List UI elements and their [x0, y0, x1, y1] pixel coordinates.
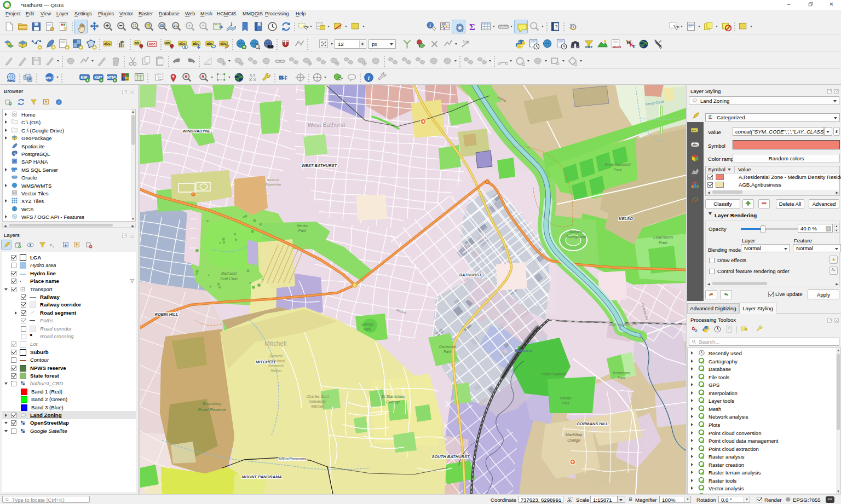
svg-text:College: College	[386, 399, 400, 404]
svg-text:University: University	[309, 399, 326, 404]
svg-text:College: College	[567, 438, 580, 443]
svg-text:Park: Park	[659, 240, 668, 245]
svg-text:WEST BATHURST: WEST BATHURST	[302, 163, 338, 168]
svg-text:Park: Park	[618, 376, 625, 380]
svg-text:Showground: Showground	[566, 235, 586, 239]
svg-text:Centennial: Centennial	[439, 345, 456, 349]
svg-text:Kennerson: Kennerson	[613, 371, 630, 375]
svg-text:abc: abc	[193, 42, 199, 45]
svg-text:MacKillop: MacKillop	[566, 433, 582, 437]
svg-text:abc: abc	[220, 42, 227, 45]
svg-text:Park: Park	[614, 168, 622, 172]
svg-text:Research: Research	[268, 364, 284, 368]
svg-text:abc: abc	[693, 143, 698, 146]
svg-text:ab: ab	[120, 39, 124, 43]
svg-text:Park: Park	[298, 229, 307, 233]
svg-text:Bathurst: Bathurst	[569, 230, 583, 234]
svg-text:BATHURST: BATHURST	[459, 273, 482, 277]
svg-text:GORMANS HILL: GORMANS HILL	[577, 421, 608, 426]
svg-text:?: ?	[555, 24, 557, 30]
svg-text:1:1: 1:1	[174, 24, 178, 27]
svg-text:η: η	[53, 245, 54, 248]
svg-text:MOUNT PANORAMA: MOUNT PANORAMA	[241, 474, 281, 479]
svg-text:N: N	[463, 39, 465, 43]
svg-text:Agricultural: Agricultural	[267, 359, 285, 363]
svg-text:Boundary: Boundary	[203, 401, 222, 406]
svg-text:Bathurst: Bathurst	[515, 348, 533, 353]
svg-text:Mitchell: Mitchell	[264, 340, 287, 347]
svg-text:Proctor: Proctor	[560, 396, 572, 400]
svg-text:KELSO: KELSO	[619, 216, 633, 221]
svg-text:KMZ: KMZ	[585, 45, 593, 49]
svg-text:Road Reserve: Road Reserve	[198, 407, 226, 412]
svg-text:Bathurst: Bathurst	[269, 354, 283, 358]
svg-text:Bathurst: Bathurst	[221, 271, 237, 276]
svg-text:Anne Ashwood: Anne Ashwood	[604, 163, 631, 166]
svg-text:abc: abc	[149, 42, 155, 46]
svg-text:T: T	[632, 44, 636, 49]
svg-text:abc: abc	[104, 42, 111, 45]
svg-text:%: %	[572, 496, 573, 499]
svg-text:Charles Sturt: Charles Sturt	[307, 395, 330, 398]
svg-text:SOUTH BATHURST: SOUTH BATHURST	[431, 454, 470, 459]
svg-text:abc: abc	[206, 42, 213, 45]
svg-text:i: i	[368, 75, 370, 81]
svg-text:Police Paddock: Police Paddock	[542, 372, 567, 376]
svg-text:St Stanislaus: St Stanislaus	[381, 394, 405, 399]
svg-text:i: i	[59, 100, 60, 104]
svg-text:JSON: JSON	[613, 45, 621, 49]
svg-text:Park: Park	[562, 401, 569, 405]
svg-text:Mount Panorama: Mount Panorama	[279, 457, 306, 461]
svg-text:ab: ab	[135, 41, 139, 45]
svg-text:abc: abc	[692, 129, 698, 132]
svg-text:ε: ε	[50, 242, 53, 247]
svg-text:Park: Park	[364, 327, 371, 331]
svg-text:ROBIN HILL: ROBIN HILL	[155, 312, 178, 317]
svg-text:Park: Park	[443, 350, 451, 354]
svg-text:Golf Club: Golf Club	[220, 276, 237, 281]
svg-text:Σ: Σ	[469, 22, 475, 32]
svg-text:P: P	[14, 152, 15, 155]
svg-text:X,Y: X,Y	[249, 73, 256, 78]
svg-text:V: V	[14, 215, 15, 218]
svg-text:Bathurst: Bathurst	[267, 178, 280, 182]
svg-text:WKT: WKT	[45, 76, 54, 80]
svg-text:WINDRADYNE: WINDRADYNE	[182, 129, 211, 134]
svg-text:Equestrian: Equestrian	[266, 183, 281, 186]
svg-text:George: George	[361, 322, 373, 327]
svg-text:ab: ab	[165, 41, 170, 45]
svg-text:Mitchell: Mitchell	[311, 404, 324, 408]
svg-text:West Bathurst: West Bathurst	[308, 121, 345, 128]
svg-text:Hector: Hector	[297, 224, 308, 228]
svg-text:WWW: WWW	[7, 79, 15, 83]
svg-text:Station: Station	[270, 369, 282, 373]
svg-text:Learmonth: Learmonth	[653, 235, 673, 240]
